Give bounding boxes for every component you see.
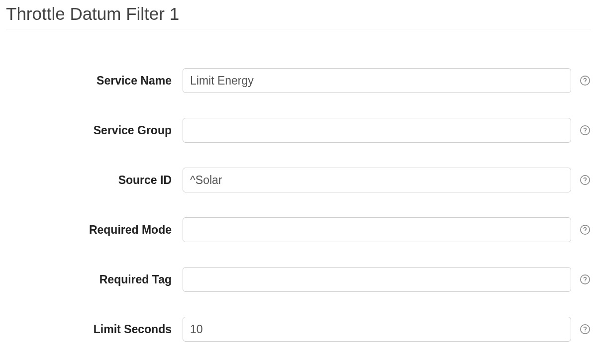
required-tag-row: Required Tag: [6, 267, 591, 292]
help-icon[interactable]: [579, 323, 591, 335]
limit-seconds-label: Limit Seconds: [6, 323, 183, 336]
required-tag-label: Required Tag: [6, 273, 183, 286]
svg-point-7: [585, 232, 585, 232]
service-name-label: Service Name: [6, 74, 183, 88]
settings-form: Service Name Service Group: [6, 68, 591, 342]
service-group-input[interactable]: [183, 118, 571, 143]
service-name-input[interactable]: [183, 68, 571, 93]
help-icon[interactable]: [579, 124, 591, 136]
source-id-row: Source ID: [6, 168, 591, 192]
svg-point-3: [585, 132, 585, 133]
help-icon[interactable]: [579, 224, 591, 236]
svg-point-11: [585, 331, 585, 332]
svg-point-2: [581, 126, 590, 135]
help-icon[interactable]: [579, 75, 591, 87]
help-icon[interactable]: [579, 273, 591, 285]
page-title: Throttle Datum Filter 1: [6, 4, 591, 29]
required-mode-label: Required Mode: [6, 223, 183, 237]
service-group-row: Service Group: [6, 118, 591, 143]
source-id-label: Source ID: [6, 174, 183, 187]
limit-seconds-row: Limit Seconds: [6, 317, 591, 342]
svg-point-6: [581, 225, 590, 234]
svg-point-4: [581, 176, 590, 184]
required-mode-input[interactable]: [183, 217, 571, 242]
limit-seconds-input[interactable]: [183, 317, 571, 342]
help-icon[interactable]: [579, 174, 591, 186]
source-id-input[interactable]: [183, 168, 571, 192]
required-mode-row: Required Mode: [6, 217, 591, 242]
svg-point-1: [585, 83, 585, 83]
svg-point-9: [585, 281, 585, 282]
service-name-row: Service Name: [6, 68, 591, 93]
svg-point-5: [585, 182, 585, 182]
svg-point-0: [581, 76, 590, 85]
svg-point-10: [581, 325, 590, 334]
svg-point-8: [581, 275, 590, 284]
service-group-label: Service Group: [6, 124, 183, 137]
required-tag-input[interactable]: [183, 267, 571, 292]
